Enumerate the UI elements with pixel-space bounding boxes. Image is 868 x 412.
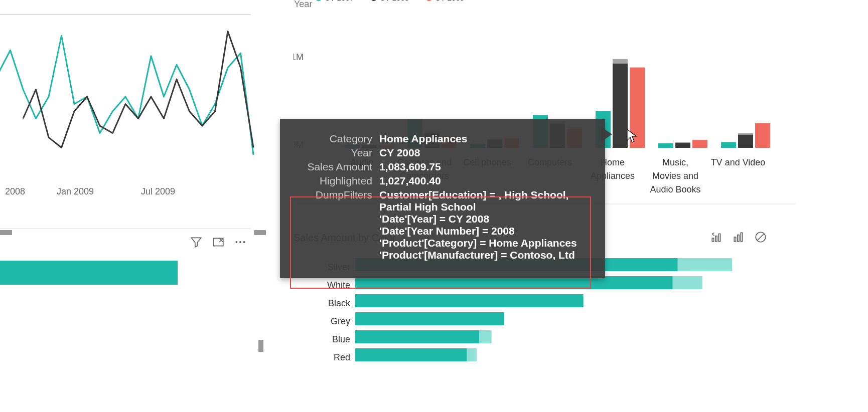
svg-point-4	[426, 0, 432, 1]
svg-point-21	[239, 241, 241, 243]
tooltip-value: 1,083,609.75	[379, 161, 441, 173]
svg-rect-24	[715, 236, 717, 242]
svg-text:Music,: Music,	[662, 157, 688, 167]
tooltip-dumpfilters-value: Customer[Education] = , High School, Par…	[379, 189, 588, 261]
svg-rect-28	[741, 233, 742, 241]
svg-point-20	[235, 241, 237, 243]
column-bar-highlight	[613, 64, 628, 148]
column-bar-highlight	[675, 143, 690, 148]
tooltip-label: DumpFilters	[297, 189, 379, 201]
tooltip-row: Highlighted1,027,400.40	[297, 175, 588, 187]
column-bar-highlight	[658, 143, 673, 148]
tooltip-value: Home Appliances	[379, 133, 467, 145]
svg-text:Movies and: Movies and	[652, 171, 698, 181]
hbar-highlight	[355, 312, 504, 325]
hbar-highlight	[355, 294, 584, 307]
svg-rect-23	[712, 238, 713, 242]
tooltip-value: CY 2008	[379, 147, 420, 159]
hbar-label: White	[327, 280, 350, 290]
svg-text:CY 2009: CY 2009	[435, 0, 464, 2]
tooltip-label: Category	[297, 133, 379, 145]
column-bar-highlight	[721, 142, 736, 148]
legend-prefix: Year	[294, 0, 312, 10]
hbar-highlight	[355, 330, 479, 343]
hbar-label: Black	[328, 298, 351, 308]
tooltip-dumpfilter-line: 'Product'[Category] = Home Appliances	[379, 237, 588, 249]
resize-handle[interactable]	[258, 340, 263, 352]
drill-down-icon[interactable]	[732, 231, 745, 244]
tooltip-dumpfilter-line: Customer[Education] = , High School, Par…	[379, 189, 588, 213]
line-chart-svg: 2008Jan 2009Jul 2009	[0, 14, 268, 215]
tooltip-label: Highlighted	[297, 175, 379, 187]
tooltip: CategoryHome AppliancesYearCY 2008Sales …	[280, 119, 605, 278]
svg-text:Audio Books: Audio Books	[650, 184, 700, 194]
svg-text:CY 2007: CY 2007	[325, 0, 354, 2]
tooltip-dumpfilter-line: 'Date'[Year Number] = 2008	[379, 225, 588, 237]
column-bar-highlight	[755, 123, 770, 148]
aux-bar-chart[interactable]	[0, 246, 261, 296]
tooltip-value: 1,027,400.40	[379, 175, 441, 187]
disabled-icon[interactable]	[754, 231, 767, 244]
svg-point-0	[316, 0, 322, 1]
tooltip-dumpfilter-line: 'Product'[Manufacturer] = Contoso, Ltd	[379, 249, 588, 261]
focus-mode-icon[interactable]	[212, 236, 225, 249]
line-x-tick: 2008	[5, 186, 25, 196]
column-bar-highlight	[738, 135, 753, 148]
column-bar-highlight	[692, 140, 707, 148]
tooltip-label: Sales Amount	[297, 161, 379, 173]
tooltip-label: Year	[297, 147, 379, 159]
hbar-label: Grey	[331, 316, 350, 326]
more-options-icon[interactable]	[234, 236, 247, 249]
tooltip-dumpfilters-row: DumpFilters Customer[Education] = , High…	[297, 189, 588, 261]
svg-text:TV and Video: TV and Video	[711, 157, 766, 167]
svg-rect-27	[738, 235, 739, 242]
drill-up-icon[interactable]	[710, 231, 723, 244]
visual-toolbar-right	[710, 231, 767, 244]
aux-bar-svg	[0, 246, 261, 306]
hbar-label: Blue	[332, 334, 350, 344]
cursor-icon	[626, 128, 638, 143]
tooltip-row: YearCY 2008	[297, 147, 588, 159]
svg-point-2	[371, 0, 377, 1]
svg-rect-25	[718, 234, 720, 242]
svg-rect-26	[734, 237, 736, 242]
visual-toolbar-left	[190, 236, 247, 249]
filter-icon[interactable]	[190, 236, 203, 249]
svg-text:CY 2008: CY 2008	[380, 0, 409, 2]
line-x-tick: Jul 2009	[141, 186, 175, 196]
line-x-tick: Jan 2009	[57, 186, 94, 196]
hbar-label: Red	[334, 352, 350, 362]
resize-handle[interactable]	[254, 230, 266, 235]
svg-text:1M: 1M	[294, 52, 304, 62]
line-chart-top-border	[0, 14, 251, 15]
svg-point-22	[243, 241, 245, 243]
tooltip-row: Sales Amount1,083,609.75	[297, 161, 588, 173]
line-chart-bottom-border	[0, 228, 251, 229]
aux-bar	[0, 261, 178, 285]
tooltip-dumpfilter-line: 'Date'[Year] = CY 2008	[379, 213, 588, 225]
tooltip-row: CategoryHome Appliances	[297, 133, 588, 145]
line-chart[interactable]: 2008Jan 2009Jul 2009	[0, 14, 268, 215]
tooltip-arrow	[601, 127, 613, 142]
resize-handle[interactable]	[0, 230, 12, 235]
hbar-highlight	[355, 348, 467, 361]
